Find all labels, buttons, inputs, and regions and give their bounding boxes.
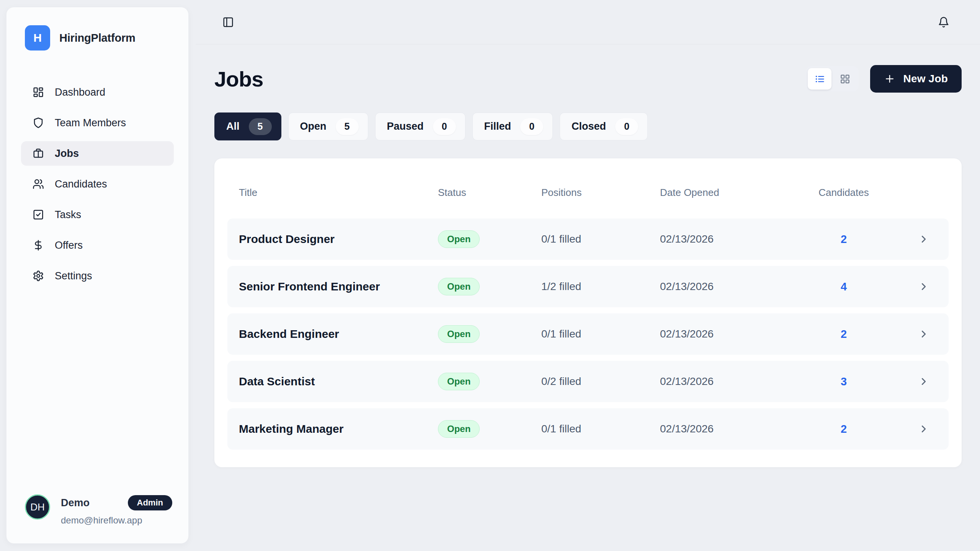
role-badge: Admin <box>128 495 172 510</box>
sidebar-item-label: Offers <box>55 240 83 251</box>
status-badge: Open <box>438 420 480 438</box>
sidebar-item-dashboard[interactable]: Dashboard <box>21 80 174 104</box>
sidebar: H HiringPlatform Dashboard Team Members … <box>6 7 189 544</box>
new-job-label: New Job <box>903 73 948 85</box>
notifications-button[interactable] <box>936 14 952 30</box>
sidebar-item-label: Tasks <box>55 209 81 221</box>
column-header-title: Title <box>239 187 438 199</box>
filter-tab-all[interactable]: All 5 <box>214 112 281 140</box>
sidebar-item-label: Jobs <box>55 148 79 160</box>
candidates-count: 4 <box>813 280 874 293</box>
sidebar-item-offers[interactable]: Offers <box>21 233 174 258</box>
table-row[interactable]: Backend Engineer Open 0/1 filled 02/13/2… <box>227 313 949 355</box>
list-view-button[interactable] <box>808 68 831 90</box>
jobs-table-card: Title Status Positions Date Opened Candi… <box>214 158 962 467</box>
date-opened-cell: 02/13/2026 <box>660 375 813 388</box>
positions-cell: 0/1 filled <box>541 328 660 340</box>
filter-count-badge: 5 <box>336 118 359 135</box>
filter-count-badge: 5 <box>249 118 272 135</box>
app-logo: H <box>25 25 50 51</box>
square-check-icon <box>33 209 44 220</box>
filter-label: Open <box>300 121 327 132</box>
filter-label: All <box>226 121 240 132</box>
sidebar-item-label: Dashboard <box>55 86 105 98</box>
content: Jobs New Job All 5 <box>196 65 980 467</box>
user-name: Demo <box>61 497 90 509</box>
filter-count-badge: 0 <box>520 118 543 135</box>
job-title: Backend Engineer <box>239 328 438 341</box>
job-title: Senior Frontend Engineer <box>239 280 438 293</box>
topbar <box>196 0 980 44</box>
briefcase-icon <box>33 148 44 159</box>
candidates-count: 3 <box>813 375 874 388</box>
chevron-right-icon <box>918 376 929 387</box>
chevron-right-icon <box>918 281 929 292</box>
positions-cell: 1/2 filled <box>541 280 660 293</box>
avatar: DH <box>25 494 50 520</box>
status-badge: Open <box>438 373 480 390</box>
positions-cell: 0/1 filled <box>541 233 660 245</box>
sidebar-item-label: Candidates <box>55 178 107 190</box>
sidebar-item-jobs[interactable]: Jobs <box>21 141 174 166</box>
grid-view-button[interactable] <box>833 68 857 90</box>
job-title: Data Scientist <box>239 375 438 388</box>
positions-cell: 0/1 filled <box>541 423 660 435</box>
sidebar-item-tasks[interactable]: Tasks <box>21 202 174 227</box>
candidates-count: 2 <box>813 233 874 246</box>
column-header-status: Status <box>438 187 541 199</box>
filter-count-badge: 0 <box>433 118 456 135</box>
sidebar-item-label: Settings <box>55 270 92 282</box>
column-header-date-opened: Date Opened <box>660 187 813 199</box>
candidates-count: 2 <box>813 423 874 435</box>
status-badge: Open <box>438 278 480 295</box>
plus-icon <box>884 73 895 85</box>
users-icon <box>33 178 44 190</box>
chevron-right-icon <box>918 328 929 340</box>
sidebar-item-settings[interactable]: Settings <box>21 264 174 288</box>
date-opened-cell: 02/13/2026 <box>660 423 813 435</box>
job-title: Product Designer <box>239 233 438 246</box>
filter-tab-open[interactable]: Open 5 <box>288 112 368 140</box>
list-view-icon <box>815 74 825 84</box>
sidebar-item-label: Team Members <box>55 117 126 129</box>
column-header-candidates: Candidates <box>813 187 874 199</box>
chevron-right-icon <box>918 423 929 435</box>
app-name: HiringPlatform <box>59 32 136 44</box>
grid-view-icon <box>840 74 850 84</box>
sidebar-nav: Dashboard Team Members Jobs Candidates T… <box>7 80 188 288</box>
user-info: Demo Admin demo@hireflow.app <box>61 494 172 526</box>
dashboard-icon <box>33 86 44 98</box>
candidates-count: 2 <box>813 328 874 341</box>
filter-tabs: All 5 Open 5 Paused 0 Filled 0 Closed 0 <box>214 112 962 140</box>
user-email: demo@hireflow.app <box>61 515 172 526</box>
sidebar-item-candidates[interactable]: Candidates <box>21 172 174 196</box>
filter-tab-closed[interactable]: Closed 0 <box>560 112 648 140</box>
new-job-button[interactable]: New Job <box>870 65 962 93</box>
user-section[interactable]: DH Demo Admin demo@hireflow.app <box>25 494 172 526</box>
table-row[interactable]: Senior Frontend Engineer Open 1/2 filled… <box>227 266 949 307</box>
gear-icon <box>33 270 44 282</box>
filter-label: Closed <box>572 121 606 132</box>
status-badge: Open <box>438 230 480 248</box>
table-row[interactable]: Product Designer Open 0/1 filled 02/13/2… <box>227 218 949 260</box>
status-badge: Open <box>438 325 480 343</box>
sidebar-item-team-members[interactable]: Team Members <box>21 111 174 135</box>
filter-count-badge: 0 <box>615 118 638 135</box>
chevron-right-icon <box>918 233 929 245</box>
date-opened-cell: 02/13/2026 <box>660 328 813 340</box>
table-row[interactable]: Data Scientist Open 0/2 filled 02/13/202… <box>227 361 949 402</box>
filter-tab-filled[interactable]: Filled 0 <box>472 112 553 140</box>
view-toggle <box>806 66 859 91</box>
filter-tab-paused[interactable]: Paused 0 <box>375 112 466 140</box>
main-area: Jobs New Job All 5 <box>196 0 980 551</box>
sidebar-toggle-button[interactable] <box>220 14 236 30</box>
table-row[interactable]: Marketing Manager Open 0/1 filled 02/13/… <box>227 408 949 450</box>
shield-icon <box>33 117 44 129</box>
dollar-icon <box>33 240 44 251</box>
date-opened-cell: 02/13/2026 <box>660 280 813 293</box>
filter-label: Paused <box>387 121 424 132</box>
bell-icon <box>938 16 949 28</box>
brand: H HiringPlatform <box>7 23 188 52</box>
column-header-positions: Positions <box>541 187 660 199</box>
panel-left-icon <box>222 16 234 28</box>
